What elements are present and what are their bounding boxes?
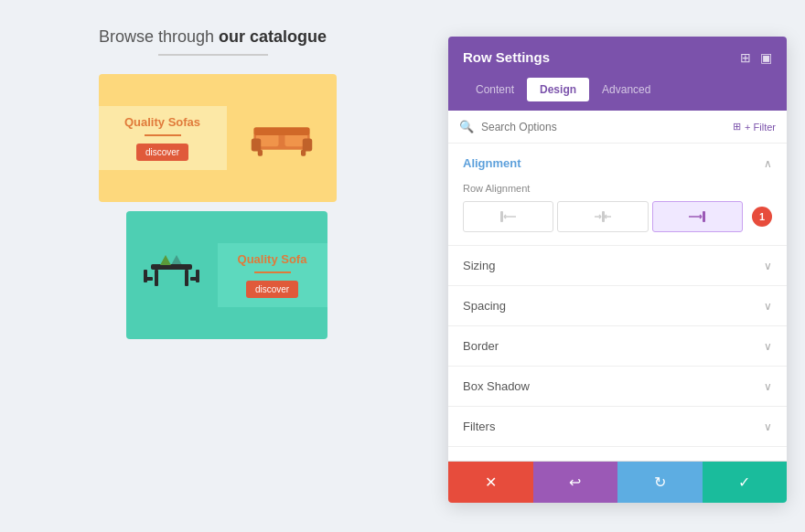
svg-rect-7: [253, 127, 309, 135]
svg-rect-4: [302, 138, 312, 151]
section-alignment-header[interactable]: Alignment ∧: [448, 144, 787, 183]
card-green-left: [126, 246, 218, 305]
filter-icon: ⊞: [733, 121, 741, 133]
align-left-btn[interactable]: [463, 201, 553, 232]
align-right-icon: [688, 210, 706, 223]
svg-rect-17: [500, 211, 503, 222]
sofa-icon: [250, 115, 314, 161]
tab-design[interactable]: Design: [527, 78, 589, 101]
card1-text: Quality Sofas: [124, 115, 200, 129]
section-sizing: Sizing ∨: [448, 246, 787, 286]
layout-icon[interactable]: ▣: [760, 50, 772, 65]
sizing-chevron: ∨: [764, 260, 772, 272]
section-alignment: Alignment ∧ Row Alignment: [448, 144, 787, 246]
card-yellow: Quality Sofas discover: [99, 74, 337, 202]
grid-icon[interactable]: ⊞: [740, 50, 751, 65]
section-animation: Animation ∨: [448, 447, 787, 461]
page-content: Browse through our catalogue Quality Sof…: [0, 0, 425, 532]
card2-divider: [254, 271, 291, 273]
browse-title-bold: our catalogue: [219, 27, 327, 46]
svg-marker-16: [171, 255, 182, 265]
card2-text: Quality Sofa: [238, 252, 307, 266]
section-box-shadow: Box Shadow ∨: [448, 367, 787, 407]
section-sizing-header[interactable]: Sizing ∨: [448, 246, 787, 285]
section-box-shadow-header[interactable]: Box Shadow ∨: [448, 367, 787, 406]
svg-rect-12: [144, 277, 153, 281]
row-alignment-label: Row Alignment: [463, 183, 772, 194]
section-alignment-content: Row Alignment: [448, 183, 787, 245]
align-center-icon: [594, 210, 612, 223]
svg-rect-6: [301, 150, 306, 156]
svg-rect-10: [185, 270, 188, 286]
alignment-badge: 1: [752, 207, 772, 227]
panel-header: Row Settings ⊞ ▣: [448, 37, 787, 78]
undo-icon: ↩: [569, 473, 581, 491]
panel-title: Row Settings: [463, 49, 550, 65]
title-divider: [158, 54, 268, 56]
card-green: Quality Sofa discover: [126, 211, 327, 339]
panel-footer: ✕ ↩ ↻ ✓: [448, 461, 787, 503]
box-shadow-chevron: ∨: [764, 380, 772, 393]
svg-rect-5: [257, 150, 262, 156]
section-spacing: Spacing ∨: [448, 286, 787, 326]
spacing-chevron: ∨: [764, 300, 772, 313]
browse-title: Browse through our catalogue: [99, 27, 327, 47]
section-box-shadow-title: Box Shadow: [463, 379, 530, 393]
search-input[interactable]: [481, 121, 725, 133]
redo-button[interactable]: ↻: [617, 462, 703, 503]
close-icon: ✕: [485, 473, 497, 491]
section-border-header[interactable]: Border ∨: [448, 326, 787, 366]
align-left-icon: [499, 210, 518, 223]
card-green-right: Quality Sofa discover: [218, 243, 327, 307]
alignment-chevron: ∧: [764, 157, 772, 170]
check-icon: ✓: [738, 473, 750, 491]
svg-rect-9: [155, 270, 158, 286]
section-animation-header[interactable]: Animation ∨: [448, 447, 787, 461]
undo-button[interactable]: ↩: [533, 462, 618, 503]
panel-tabs: Content Design Advanced: [448, 78, 787, 111]
section-sizing-title: Sizing: [463, 259, 495, 272]
svg-rect-14: [190, 277, 199, 281]
svg-rect-21: [602, 211, 605, 222]
save-button[interactable]: ✓: [703, 462, 788, 503]
filter-button[interactable]: ⊞ + Filter: [733, 121, 776, 133]
section-alignment-title: Alignment: [463, 156, 521, 170]
section-spacing-header[interactable]: Spacing ∨: [448, 286, 787, 325]
alignment-options: 1: [463, 201, 772, 232]
card2-discover-btn[interactable]: discover: [246, 281, 298, 298]
section-filters-title: Filters: [463, 420, 495, 433]
tab-advanced[interactable]: Advanced: [589, 78, 663, 101]
svg-rect-28: [703, 211, 705, 222]
align-center-btn[interactable]: [557, 201, 648, 232]
cancel-button[interactable]: ✕: [448, 462, 533, 503]
section-filters: Filters ∨: [448, 407, 787, 447]
section-border-title: Border: [463, 339, 499, 353]
align-right-btn[interactable]: [652, 201, 743, 232]
border-chevron: ∨: [764, 340, 772, 353]
card1-discover-btn[interactable]: discover: [136, 144, 188, 161]
search-icon: 🔍: [459, 120, 474, 133]
svg-marker-15: [160, 255, 171, 265]
section-filters-header[interactable]: Filters ∨: [448, 407, 787, 446]
section-spacing-title: Spacing: [463, 299, 506, 313]
card-yellow-right: [227, 115, 337, 161]
panel-body: Alignment ∧ Row Alignment: [448, 144, 787, 461]
settings-panel: Row Settings ⊞ ▣ Content Design Advanced…: [448, 37, 787, 503]
redo-icon: ↻: [654, 473, 666, 491]
furniture-icon: [142, 246, 201, 305]
svg-rect-3: [251, 138, 261, 151]
tab-content[interactable]: Content: [463, 78, 527, 101]
card-yellow-left: Quality Sofas discover: [99, 106, 227, 170]
panel-header-icons: ⊞ ▣: [740, 50, 772, 65]
card1-divider: [145, 134, 181, 136]
filter-label: + Filter: [745, 122, 776, 133]
section-border: Border ∨: [448, 326, 787, 367]
filters-chevron: ∨: [764, 420, 772, 433]
search-bar: 🔍 ⊞ + Filter: [448, 111, 787, 144]
